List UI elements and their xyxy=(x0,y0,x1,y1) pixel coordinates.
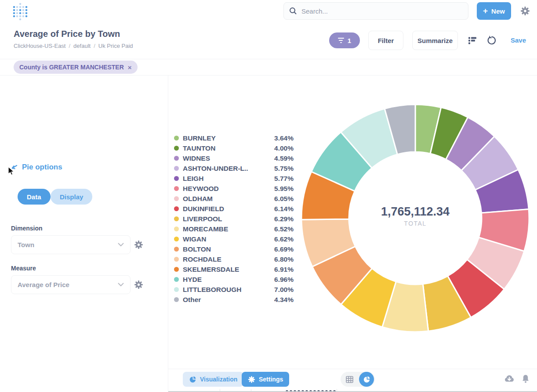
search-bar[interactable] xyxy=(283,2,468,20)
legend-item[interactable]: BURNLEY3.64% xyxy=(174,133,294,143)
measure-select[interactable]: Average of Price xyxy=(11,275,131,294)
settings-button[interactable]: Settings xyxy=(242,372,289,387)
legend-item[interactable]: WIGAN6.62% xyxy=(174,234,294,244)
dimension-label: Dimension xyxy=(11,225,43,232)
breadcrumb-schema[interactable]: default xyxy=(73,43,91,49)
chart-legend: BURNLEY3.64%TAUNTON4.00%WIDNES4.59%ASHTO… xyxy=(174,133,294,305)
legend-item[interactable]: LEIGH5.77% xyxy=(174,173,294,183)
tab-data[interactable]: Data xyxy=(18,189,51,205)
breadcrumb-database[interactable]: ClickHouse-US-East xyxy=(14,43,65,49)
breadcrumb-separator: / xyxy=(94,43,95,49)
legend-swatch xyxy=(174,136,179,140)
legend-swatch xyxy=(174,186,179,191)
metabase-logo-icon[interactable] xyxy=(11,1,29,22)
legend-percent: 6.14% xyxy=(274,205,294,213)
legend-percent: 6.80% xyxy=(274,255,294,263)
legend-item[interactable]: HYDE6.96% xyxy=(174,274,294,284)
legend-percent: 6.69% xyxy=(274,245,294,253)
legend-swatch xyxy=(174,267,179,272)
search-icon xyxy=(289,7,297,15)
summarize-button[interactable]: Summarize xyxy=(412,31,458,50)
viz-type-toggle xyxy=(341,372,375,387)
legend-label: LITTLEBOROUGH xyxy=(183,286,274,294)
legend-percent: 6.96% xyxy=(274,276,294,284)
legend-percent: 3.64% xyxy=(274,134,294,142)
filter-count-pill[interactable]: 1 xyxy=(329,32,360,48)
refresh-icon[interactable] xyxy=(487,36,497,45)
legend-item[interactable]: TAUNTON4.00% xyxy=(174,143,294,153)
legend-item[interactable]: BOLTON6.69% xyxy=(174,244,294,254)
legend-swatch xyxy=(174,257,179,262)
legend-item[interactable]: ASHTON-UNDER-L..5.75% xyxy=(174,163,294,173)
legend-percent: 6.29% xyxy=(274,215,294,223)
legend-item[interactable]: MORECAMBE6.52% xyxy=(174,224,294,234)
legend-swatch xyxy=(174,216,179,221)
legend-percent: 6.62% xyxy=(274,235,294,243)
pie-chart-area: BURNLEY3.64%TAUNTON4.00%WIDNES4.59%ASHTO… xyxy=(168,76,537,369)
filter-chip-row: County is GREATER MANCHESTER × xyxy=(0,59,537,76)
legend-percent: 4.00% xyxy=(274,144,294,152)
breadcrumb: ClickHouse-US-East / default / Uk Price … xyxy=(14,43,133,49)
breadcrumb-separator: / xyxy=(69,43,70,49)
back-arrow-icon[interactable] xyxy=(10,163,18,172)
download-icon[interactable] xyxy=(504,374,515,385)
legend-percent: 5.95% xyxy=(274,185,294,193)
table-view-toggle[interactable] xyxy=(341,376,358,383)
breadcrumb-table[interactable]: Uk Price Paid xyxy=(98,43,133,49)
chevron-down-icon xyxy=(118,283,124,287)
legend-swatch xyxy=(174,227,179,231)
legend-item[interactable]: WIDNES4.59% xyxy=(174,153,294,163)
chart-view-toggle[interactable] xyxy=(359,372,374,387)
legend-label: MORECAMBE xyxy=(183,225,274,233)
plus-icon: + xyxy=(483,6,488,16)
legend-item[interactable]: HEYWOOD5.95% xyxy=(174,183,294,194)
legend-label: DUKINFIELD xyxy=(183,205,274,213)
legend-label: OLDHAM xyxy=(183,195,274,203)
visualization-button[interactable]: Visualization xyxy=(183,372,243,387)
search-input[interactable] xyxy=(301,7,463,15)
funnel-icon xyxy=(338,38,344,43)
legend-item[interactable]: OLDHAM6.05% xyxy=(174,194,294,204)
legend-percent: 5.75% xyxy=(274,165,294,173)
sidebar-title: Pie options xyxy=(22,163,62,172)
legend-item[interactable]: LIVERPOOL6.29% xyxy=(174,214,294,224)
legend-item[interactable]: DUKINFIELD6.14% xyxy=(174,204,294,214)
new-button-label: New xyxy=(491,7,505,15)
legend-percent: 4.34% xyxy=(274,296,294,304)
measure-select-value: Average of Price xyxy=(18,281,69,288)
bell-icon[interactable] xyxy=(520,374,531,384)
legend-label: BOLTON xyxy=(183,245,274,253)
tab-display[interactable]: Display xyxy=(51,189,92,205)
clipped-text-fragment xyxy=(286,390,336,392)
save-button[interactable]: Save xyxy=(511,36,526,44)
legend-item[interactable]: Other4.34% xyxy=(174,295,294,305)
measure-label: Measure xyxy=(11,265,36,272)
admin-gear-icon[interactable] xyxy=(520,6,530,16)
legend-percent: 6.05% xyxy=(274,195,294,203)
new-button[interactable]: + New xyxy=(477,2,511,20)
legend-percent: 4.59% xyxy=(274,155,294,162)
filter-count-value: 1 xyxy=(348,37,351,44)
dimension-gear-icon[interactable] xyxy=(134,240,143,249)
legend-label: WIGAN xyxy=(183,235,274,243)
dimension-select[interactable]: Town xyxy=(11,235,131,254)
close-icon[interactable]: × xyxy=(128,64,132,71)
legend-swatch xyxy=(174,287,179,292)
measure-gear-icon[interactable] xyxy=(134,280,143,289)
legend-swatch xyxy=(174,206,179,211)
legend-item[interactable]: SKELMERSDALE6.91% xyxy=(174,264,294,274)
legend-item[interactable]: ROCHDALE6.80% xyxy=(174,254,294,264)
legend-label: HEYWOOD xyxy=(183,185,274,193)
legend-label: SKELMERSDALE xyxy=(183,266,274,273)
donut-chart xyxy=(297,100,534,337)
legend-swatch xyxy=(174,156,179,161)
legend-label: HYDE xyxy=(183,276,274,284)
legend-item[interactable]: LITTLEBOROUGH7.00% xyxy=(174,284,294,295)
legend-label: BURNLEY xyxy=(183,134,274,142)
notebook-icon[interactable] xyxy=(468,36,477,45)
filter-button[interactable]: Filter xyxy=(368,31,403,50)
legend-swatch xyxy=(174,196,179,201)
filter-chip[interactable]: County is GREATER MANCHESTER × xyxy=(14,61,138,74)
legend-label: ASHTON-UNDER-L.. xyxy=(183,165,274,173)
pie-chart-icon xyxy=(189,376,196,383)
